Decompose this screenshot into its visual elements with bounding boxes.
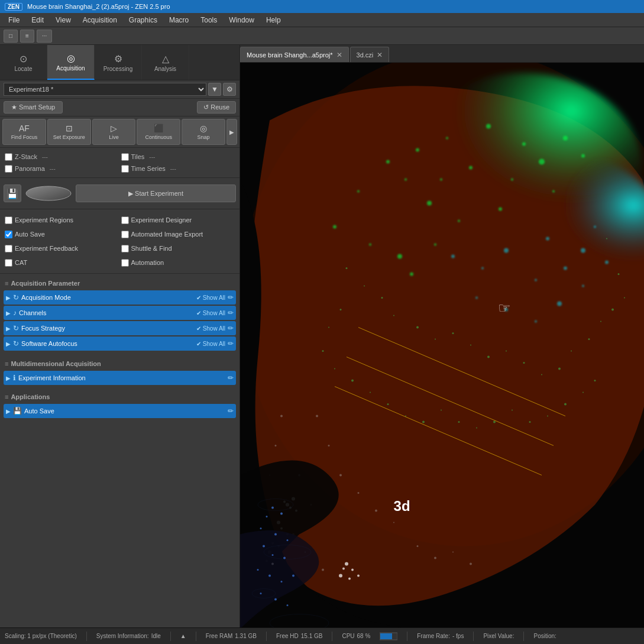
experiment-gear-button[interactable]: ⚙ (223, 83, 236, 96)
position-info: Position: (533, 633, 556, 639)
menu-window[interactable]: Window (223, 15, 260, 25)
processing-icon: ⚙ (114, 53, 122, 64)
exp-info-edit-icon[interactable]: ✏ (228, 374, 234, 382)
free-hd-info: Free HD 15.1 GB (276, 633, 323, 639)
set-exposure-button[interactable]: ⊡ Set Exposure (47, 119, 91, 145)
automation-checkbox[interactable] (121, 259, 129, 267)
channels-row[interactable]: ▶ ♪ Channels ✔ Show All ✏ (4, 306, 236, 320)
experiment-regions-label: Experiment Regions (15, 216, 73, 224)
z-stack-checkbox[interactable] (5, 153, 12, 161)
svg-point-59 (618, 273, 620, 275)
menu-graphics[interactable]: Graphics (123, 15, 163, 25)
focus-strategy-row[interactable]: ▶ ↻ Focus Strategy ✔ Show All ✏ (4, 321, 236, 335)
software-autofocus-row[interactable]: ▶ ↻ Software Autofocus ✔ Show All ✏ (4, 336, 236, 351)
svg-point-54 (571, 351, 572, 352)
experiment-settings-icon[interactable]: ▼ (208, 83, 221, 96)
svg-point-8 (522, 143, 526, 146)
time-series-checkbox[interactable] (121, 165, 129, 173)
cpu-value: 68 % (357, 633, 371, 639)
svg-rect-174 (380, 633, 392, 639)
free-ram-info: Free RAM 1.31 GB (206, 633, 257, 639)
svg-point-49 (487, 356, 490, 358)
svg-point-166 (257, 569, 259, 571)
svg-point-73 (493, 421, 496, 423)
experiment-feedback-checkbox[interactable] (5, 245, 12, 253)
svg-point-95 (280, 415, 283, 418)
auto-save-param-row[interactable]: ▶ 💾 Auto Save ✏ (4, 404, 236, 418)
toolbar-btn-3[interactable]: ··· (37, 30, 52, 43)
continuous-button[interactable]: ⬛ Continuous (137, 119, 180, 145)
divider-5 (332, 632, 332, 641)
acquisition-mode-row[interactable]: ▶ ↻ Acquisition Mode ✔ Show All ✏ (4, 290, 236, 305)
snap-button[interactable]: ◎ Snap (182, 119, 225, 145)
left-panel: ⊙ Locate ◎ Acquisition ⚙ Processing △ An… (0, 45, 240, 627)
menu-file[interactable]: File (2, 15, 25, 25)
divider-1 (86, 632, 87, 641)
software-autofocus-label: Software Autofocus (21, 340, 194, 347)
dimensions-checkboxes: Z-Stack --- Tiles --- Panorama --- Time … (0, 148, 240, 178)
svg-point-94 (470, 563, 472, 565)
start-experiment-button[interactable]: ▶ Start Experiment (76, 185, 236, 202)
find-focus-button[interactable]: AF Find Focus (2, 119, 46, 145)
tab-analysis[interactable]: △ Analysis (142, 45, 189, 80)
image-canvas[interactable]: ☞ 3d (240, 63, 644, 627)
tab-3d-czi[interactable]: 3d.czi ✕ (350, 47, 390, 62)
menu-acquisition[interactable]: Acquisition (77, 15, 123, 25)
tab-locate[interactable]: ⊙ Locate (0, 45, 47, 80)
tab-processing[interactable]: ⚙ Processing (95, 45, 142, 80)
experiment-feedback-row: Experiment Feedback (5, 242, 119, 254)
tab-mouse-brain[interactable]: Mouse brain Shangh...a5proj* ✕ (240, 47, 349, 62)
expand-btn[interactable]: ▲ (180, 633, 186, 639)
svg-point-35 (475, 297, 478, 299)
svg-point-53 (558, 368, 561, 370)
focus-strategy-edit-icon[interactable]: ✏ (228, 324, 234, 332)
live-button[interactable]: ▷ Live (92, 119, 136, 145)
menu-help[interactable]: Help (260, 15, 287, 25)
cat-checkbox[interactable] (5, 259, 12, 267)
experiment-selector[interactable]: Experiment18 * (4, 83, 206, 96)
experiment-designer-checkbox[interactable] (121, 216, 129, 224)
menu-bar: File Edit View Acquisition Graphics Macr… (0, 13, 644, 27)
acq-mode-edit-icon[interactable]: ✏ (228, 293, 234, 302)
tab-mouse-brain-close[interactable]: ✕ (336, 51, 342, 59)
z-stack-label: Z-Stack (15, 153, 37, 160)
acquisition-icon: ◎ (67, 53, 75, 64)
reuse-button[interactable]: ↺ Reuse (197, 101, 236, 114)
acq-more-button[interactable]: ▶ (226, 119, 237, 145)
panorama-row: Panorama --- (5, 163, 119, 174)
menu-view[interactable]: View (50, 15, 77, 25)
svg-point-81 (328, 445, 330, 446)
acq-params-header: Acquisition Parameter (2, 277, 237, 289)
menu-tools[interactable]: Tools (195, 15, 223, 25)
shuttle-find-checkbox[interactable] (121, 245, 129, 253)
save-icon-button[interactable]: 💾 (4, 185, 21, 202)
experiment-info-row[interactable]: ▶ ℹ Experiment Information ✏ (4, 371, 236, 385)
divider-4 (266, 632, 267, 641)
svg-point-57 (611, 309, 614, 311)
toolbar-btn-1[interactable]: □ (4, 30, 18, 43)
tab-locate-label: Locate (14, 66, 32, 72)
auto-save-checkbox[interactable] (5, 231, 12, 238)
channels-show-all: ✔ Show All (196, 310, 225, 316)
tab-3d-czi-close[interactable]: ✕ (377, 51, 383, 59)
svg-point-14 (581, 154, 585, 158)
toolbar-btn-2[interactable]: ≡ (20, 30, 34, 43)
panorama-checkbox[interactable] (5, 165, 12, 173)
exp-info-label: Experiment Information (18, 374, 225, 381)
experiment-regions-checkbox[interactable] (5, 216, 12, 224)
auto-save-edit-icon[interactable]: ✏ (228, 407, 234, 415)
svg-point-34 (451, 255, 455, 258)
live-icon: ▷ (111, 124, 117, 133)
menu-edit[interactable]: Edit (25, 15, 50, 25)
tab-acquisition[interactable]: ◎ Acquisition (47, 45, 95, 80)
live-label: Live (109, 134, 119, 140)
experiment-regions-row: Experiment Regions (5, 214, 119, 226)
automated-image-export-checkbox[interactable] (121, 231, 129, 238)
svg-point-46 (435, 339, 436, 340)
channels-edit-icon[interactable]: ✏ (228, 309, 234, 317)
software-autofocus-icon: ↻ (13, 339, 19, 348)
tiles-checkbox[interactable] (121, 153, 129, 161)
smart-setup-button[interactable]: ★ Smart Setup (4, 101, 63, 114)
menu-macro[interactable]: Macro (163, 15, 195, 25)
software-autofocus-edit-icon[interactable]: ✏ (228, 339, 234, 348)
